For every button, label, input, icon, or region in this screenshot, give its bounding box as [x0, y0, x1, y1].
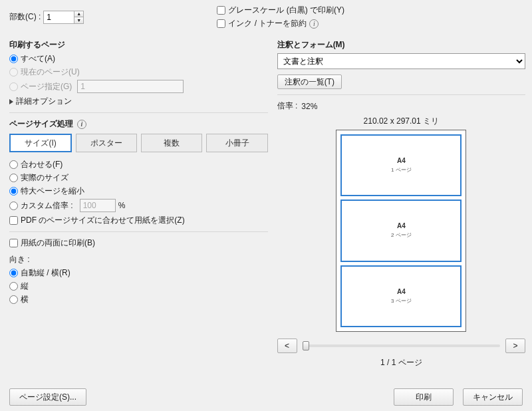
prev-page-button[interactable]: <	[277, 339, 297, 353]
save-ink-label: インク / トナーを節約	[228, 18, 307, 29]
tab-size[interactable]: サイズ(I)	[9, 134, 72, 152]
slider-thumb-icon[interactable]	[303, 341, 309, 350]
range-all-radio[interactable]	[9, 55, 18, 63]
copies-spinner[interactable]: ▲ ▼	[43, 11, 84, 24]
range-current-label: 現在のページ(U)	[21, 67, 80, 78]
page-counter: 1 / 1 ページ	[277, 357, 525, 368]
range-pages-label: ページ指定(G)	[21, 81, 72, 92]
preview-page-2: A4 2 ページ	[340, 200, 462, 261]
size-custom-radio[interactable]	[9, 202, 18, 210]
preview-dimensions: 210.02 x 297.01 ミリ	[277, 116, 525, 127]
duplex-checkbox[interactable]	[9, 239, 18, 247]
forms-combo[interactable]: 文書と注釈	[277, 53, 525, 69]
orient-landscape-radio[interactable]	[9, 295, 18, 304]
orient-auto-label: 自動縦 / 横(R)	[21, 267, 70, 279]
choose-paper-checkbox[interactable]	[9, 216, 18, 225]
copies-up-icon[interactable]: ▲	[74, 11, 84, 17]
size-shrink-label: 特大ページを縮小	[21, 186, 84, 197]
grayscale-checkbox[interactable]	[217, 6, 225, 15]
range-pages-input	[77, 80, 184, 93]
size-actual-label: 実際のサイズ	[21, 172, 68, 184]
page-setup-button[interactable]: ページ設定(S)...	[9, 388, 86, 406]
copies-input[interactable]	[43, 11, 74, 24]
size-custom-label: カスタム倍率 :	[21, 200, 73, 211]
copies-down-icon[interactable]: ▼	[74, 17, 84, 24]
print-range-title: 印刷するページ	[9, 39, 268, 51]
percent-label: %	[118, 201, 126, 210]
page-slider[interactable]	[303, 344, 500, 347]
orient-portrait-label: 縦	[21, 281, 29, 292]
orient-portrait-radio[interactable]	[9, 282, 18, 291]
range-all-label: すべて(A)	[21, 53, 55, 65]
info-icon[interactable]: i	[309, 19, 319, 29]
copies-label: 部数(C) :	[9, 11, 41, 23]
scale-value: 32%	[301, 102, 317, 111]
copies-group: 部数(C) : ▲ ▼	[9, 11, 84, 24]
preview-page-1: A4 1 ページ	[340, 134, 462, 196]
size-shrink-radio[interactable]	[9, 187, 18, 196]
scale-label: 倍率 :	[277, 100, 298, 112]
custom-scale-input	[80, 199, 116, 212]
advanced-options[interactable]: 詳細オプション	[16, 96, 72, 107]
grayscale-label: グレースケール (白黒) で印刷(Y)	[228, 5, 344, 16]
tab-poster[interactable]: ポスター	[76, 134, 137, 152]
print-button[interactable]: 印刷	[394, 388, 454, 406]
size-actual-radio[interactable]	[9, 174, 18, 182]
tab-multiple[interactable]: 複数	[141, 134, 202, 152]
expand-icon[interactable]	[9, 99, 13, 104]
summarize-comments-button[interactable]: 注釈の一覧(T)	[277, 74, 342, 89]
duplex-label: 用紙の両面に印刷(B)	[21, 237, 95, 249]
range-current-radio[interactable]	[9, 68, 18, 76]
size-fit-radio[interactable]	[9, 160, 18, 169]
range-pages-radio[interactable]	[9, 82, 18, 91]
preview-area: A4 1 ページ A4 2 ページ A4 3 ページ	[336, 130, 466, 332]
orient-landscape-label: 横	[21, 294, 29, 305]
next-page-button[interactable]: >	[505, 339, 525, 353]
preview-page-3: A4 3 ページ	[340, 265, 462, 327]
page-sizing-title: ページサイズ処理	[9, 118, 73, 130]
save-ink-checkbox[interactable]	[217, 19, 225, 28]
forms-title: 注釈とフォーム(M)	[277, 39, 525, 51]
orient-auto-radio[interactable]	[9, 269, 18, 277]
info-icon[interactable]: i	[77, 120, 86, 129]
size-fit-label: 合わせる(F)	[21, 159, 63, 170]
orientation-title: 向き :	[9, 254, 268, 265]
cancel-button[interactable]: キャンセル	[463, 388, 523, 406]
tab-booklet[interactable]: 小冊子	[206, 134, 267, 152]
choose-paper-label: PDF のページサイズに合わせて用紙を選択(Z)	[21, 215, 185, 226]
